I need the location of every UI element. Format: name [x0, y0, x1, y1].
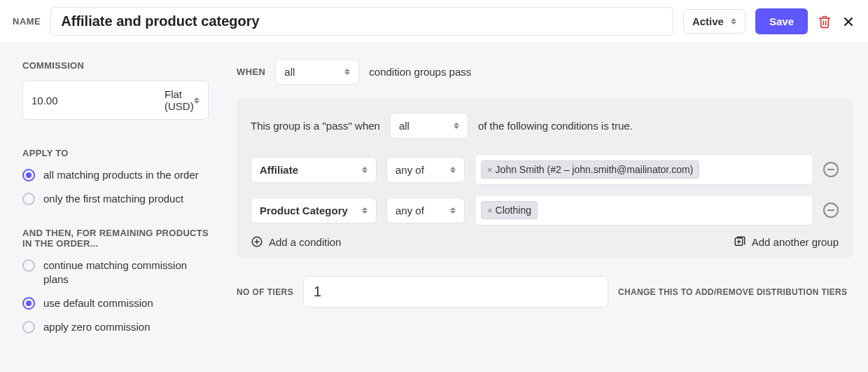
- when-selector-value: all: [284, 66, 295, 78]
- tiers-label: NO OF TIERS: [237, 287, 293, 297]
- group-header-select-value: all: [399, 120, 410, 132]
- apply-to-title: APPLY TO: [22, 148, 209, 158]
- condition-field-select[interactable]: Product Category: [251, 198, 377, 223]
- condition-row: Product Category any of × Clothing: [251, 195, 839, 226]
- remaining-radios: continue matching commission plans use d…: [22, 259, 209, 335]
- condition-row: Affiliate any of × John Smith (#2 – john…: [251, 154, 839, 185]
- tag-chip: × Clothing: [481, 201, 538, 219]
- status-value: Active: [692, 15, 724, 27]
- remaining-option-continue[interactable]: continue matching commission plans: [22, 259, 209, 287]
- add-group-icon: [734, 235, 746, 248]
- status-select[interactable]: Active: [683, 9, 746, 34]
- trash-icon: [818, 15, 832, 29]
- select-arrows-icon: [344, 69, 350, 75]
- select-arrows-icon: [450, 167, 456, 173]
- tiers-input[interactable]: [303, 276, 608, 308]
- radio-label: only the first matching product: [43, 192, 183, 206]
- condition-field-select[interactable]: Affiliate: [251, 157, 377, 183]
- radio-icon: [22, 297, 35, 310]
- tiers-row: NO OF TIERS CHANGE THIS TO ADD/REMOVE DI…: [237, 276, 853, 308]
- name-label: NAME: [13, 16, 41, 27]
- header-bar: NAME Active Save: [0, 0, 868, 43]
- group-header-select[interactable]: all: [390, 113, 468, 139]
- radio-label: continue matching commission plans: [43, 259, 209, 287]
- commission-amount-input[interactable]: [31, 95, 164, 106]
- select-arrows-icon: [450, 207, 456, 214]
- condition-field-value: Product Category: [260, 205, 348, 216]
- condition-operator-value: any of: [396, 164, 424, 176]
- close-icon: [841, 15, 855, 29]
- tag-label: John Smith (#2 – john.smith@mailinator.c…: [496, 164, 694, 175]
- select-arrows-icon: [194, 97, 200, 104]
- add-condition-button[interactable]: Add a condition: [251, 235, 341, 248]
- add-condition-label: Add a condition: [269, 236, 341, 248]
- condition-tags-input[interactable]: × Clothing: [475, 195, 813, 226]
- select-arrows-icon: [454, 123, 459, 129]
- commission-title: COMMISSION: [22, 60, 209, 71]
- commission-box: Flat (USD): [22, 81, 209, 120]
- select-arrows-icon: [362, 167, 368, 173]
- condition-group-card: This group is a "pass" when all of the f…: [237, 99, 853, 258]
- when-selector[interactable]: all: [275, 59, 359, 85]
- condition-operator-select[interactable]: any of: [386, 157, 465, 183]
- tiers-help-text: CHANGE THIS TO ADD/REMOVE DISTRIBUTION T…: [618, 287, 847, 297]
- when-tail-text: condition groups pass: [369, 66, 471, 78]
- remaining-title: AND THEN, FOR REMAINING PRODUCTS IN THE …: [22, 228, 209, 249]
- group-header-post: of the following conditions is true.: [478, 120, 633, 132]
- radio-icon: [22, 321, 35, 333]
- commission-type-select[interactable]: Flat (USD): [164, 88, 200, 112]
- when-label: WHEN: [237, 67, 265, 77]
- when-row: WHEN all condition groups pass: [237, 59, 853, 85]
- tag-remove-icon[interactable]: ×: [487, 205, 493, 216]
- conditions-main: WHEN all condition groups pass This grou…: [221, 43, 868, 322]
- add-group-button[interactable]: Add another group: [734, 235, 839, 248]
- close-button[interactable]: [841, 15, 855, 29]
- radio-icon: [22, 193, 35, 205]
- condition-operator-select[interactable]: any of: [386, 198, 465, 223]
- group-header-row: This group is a "pass" when all of the f…: [251, 113, 839, 139]
- apply-to-option-first[interactable]: only the first matching product: [22, 192, 209, 206]
- condition-tags-input[interactable]: × John Smith (#2 – john.smith@mailinator…: [475, 154, 813, 185]
- apply-to-option-all[interactable]: all matching products in the order: [22, 168, 209, 182]
- delete-button[interactable]: [818, 15, 832, 29]
- radio-icon: [22, 259, 35, 272]
- select-arrows-icon: [362, 207, 368, 214]
- group-footer: Add a condition Add another group: [251, 235, 839, 248]
- remaining-option-zero[interactable]: apply zero commission: [22, 320, 209, 334]
- radio-icon: [22, 169, 35, 181]
- name-input[interactable]: [50, 7, 673, 36]
- settings-sidebar: COMMISSION Flat (USD) APPLY TO all match…: [0, 43, 221, 370]
- remove-condition-button[interactable]: [823, 162, 839, 177]
- remove-condition-button[interactable]: [823, 202, 839, 218]
- save-button[interactable]: Save: [755, 8, 808, 34]
- condition-operator-value: any of: [396, 205, 424, 216]
- commission-type-value: Flat (USD): [164, 88, 194, 112]
- apply-to-radios: all matching products in the order only …: [22, 168, 209, 207]
- select-arrows-icon: [731, 18, 736, 25]
- condition-field-value: Affiliate: [260, 164, 298, 176]
- radio-label: apply zero commission: [43, 320, 150, 334]
- tag-remove-icon[interactable]: ×: [487, 165, 493, 175]
- add-group-label: Add another group: [752, 236, 839, 248]
- plus-circle-icon: [251, 235, 263, 248]
- radio-label: use default commission: [43, 296, 153, 310]
- tag-chip: × John Smith (#2 – john.smith@mailinator…: [481, 160, 699, 179]
- remaining-option-default[interactable]: use default commission: [22, 296, 209, 310]
- radio-label: all matching products in the order: [43, 168, 199, 182]
- tag-label: Clothing: [496, 205, 531, 216]
- group-header-pre: This group is a "pass" when: [251, 120, 380, 132]
